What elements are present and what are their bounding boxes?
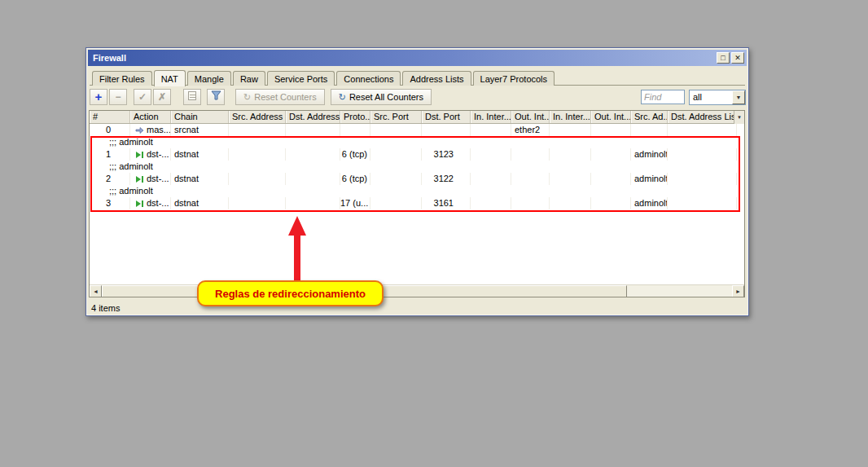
close-icon: ✕ bbox=[734, 54, 741, 62]
annotation-callout: Reglas de redireccionamiento bbox=[197, 280, 384, 306]
chevron-down-icon: ▼ bbox=[737, 115, 742, 120]
column-header-src_address[interactable]: Src. Address bbox=[229, 111, 286, 123]
add-button[interactable]: + bbox=[90, 89, 107, 105]
column-header-action[interactable]: Action bbox=[130, 111, 171, 123]
tab-bar: Filter RulesNATMangleRawService PortsCon… bbox=[90, 68, 745, 86]
window-controls: □ ✕ bbox=[717, 52, 744, 64]
reset-counters-button[interactable]: ↻ Reset Counters bbox=[235, 89, 325, 105]
cell-dst_port bbox=[422, 124, 471, 136]
item-count: 4 items bbox=[91, 303, 120, 313]
cell-action: mas... bbox=[130, 124, 171, 136]
maximize-icon: □ bbox=[721, 54, 725, 62]
annotation-arrow bbox=[277, 214, 318, 284]
table-header-row: #ActionChainSrc. AddressDst. AddressProt… bbox=[90, 111, 744, 124]
tab-layer7-protocols[interactable]: Layer7 Protocols bbox=[473, 71, 555, 86]
cell-in_inter_2 bbox=[550, 124, 591, 136]
enable-icon: ✓ bbox=[138, 91, 147, 103]
add-icon: + bbox=[95, 90, 103, 104]
column-header-out_int_1[interactable]: Out. Int... bbox=[511, 111, 550, 123]
tab-connections[interactable]: Connections bbox=[336, 71, 401, 86]
filter-button[interactable] bbox=[207, 89, 225, 105]
filter-icon bbox=[211, 90, 221, 100]
tab-service-ports[interactable]: Service Ports bbox=[267, 71, 335, 86]
disable-button[interactable]: ✗ bbox=[153, 89, 171, 105]
cell-num: 0 bbox=[90, 124, 130, 136]
status-bar: 4 items bbox=[91, 303, 120, 313]
column-header-chain[interactable]: Chain bbox=[171, 111, 229, 123]
column-selector-button[interactable]: ▼ bbox=[734, 111, 744, 124]
filter-scope-dropdown-button[interactable]: ▼ bbox=[732, 90, 745, 104]
remove-icon: − bbox=[115, 91, 121, 103]
annotation-highlight-rect bbox=[90, 136, 740, 212]
cell-chain: srcnat bbox=[171, 124, 229, 136]
column-header-dst_address_list[interactable]: Dst. Address Lis... bbox=[668, 111, 737, 123]
cell-src_ad bbox=[631, 124, 668, 136]
column-header-src_ad[interactable]: Src. Ad... bbox=[631, 111, 668, 123]
column-header-out_int_2[interactable]: Out. Int... bbox=[591, 111, 631, 123]
comment-icon bbox=[188, 91, 196, 100]
reset-all-counters-label: Reset All Counters bbox=[349, 92, 423, 102]
column-header-in_inter_2[interactable]: In. Inter... bbox=[550, 111, 591, 123]
reset-counters-icon: ↻ bbox=[243, 92, 251, 103]
disable-icon: ✗ bbox=[158, 91, 166, 103]
tab-filter-rules[interactable]: Filter Rules bbox=[92, 71, 152, 86]
tab-nat[interactable]: NAT bbox=[154, 70, 186, 86]
desktop: Firewall □ ✕ Filter RulesNATMangleRawSer… bbox=[0, 0, 868, 467]
column-header-dst_port[interactable]: Dst. Port bbox=[422, 111, 471, 123]
filter-scope-value: all bbox=[690, 90, 732, 104]
titlebar[interactable]: Firewall □ ✕ bbox=[88, 50, 747, 66]
column-header-dst_address[interactable]: Dst. Address bbox=[286, 111, 340, 123]
reset-counters-label: Reset Counters bbox=[254, 92, 316, 102]
cell-proto bbox=[340, 124, 370, 136]
cell-in_inter_1 bbox=[471, 124, 511, 136]
chevron-down-icon: ▼ bbox=[736, 95, 742, 100]
column-header-num[interactable]: # bbox=[90, 111, 130, 123]
scroll-right-icon: ► bbox=[735, 289, 741, 294]
cell-dst_address bbox=[286, 124, 340, 136]
maximize-button[interactable]: □ bbox=[717, 52, 730, 64]
scroll-left-icon: ◄ bbox=[93, 289, 99, 294]
find-input[interactable] bbox=[641, 90, 685, 104]
cell-out_int_2 bbox=[591, 124, 631, 136]
rule-row-0[interactable]: 0mas...srcnatether2 bbox=[90, 124, 744, 136]
cell-dst_address_list bbox=[668, 124, 737, 136]
action-label: mas... bbox=[147, 124, 171, 136]
masquerade-icon bbox=[135, 126, 144, 134]
cell-src_address bbox=[229, 124, 286, 136]
close-button[interactable]: ✕ bbox=[731, 52, 744, 64]
scroll-left-button[interactable]: ◄ bbox=[90, 285, 102, 297]
enable-button[interactable]: ✓ bbox=[134, 89, 151, 105]
tab-raw[interactable]: Raw bbox=[233, 71, 265, 86]
cell-src_port bbox=[370, 124, 422, 136]
toolbar: + − ✓ ✗ ↻ Reset Counters ↻ Reset All Cou… bbox=[90, 87, 746, 107]
tab-address-lists[interactable]: Address Lists bbox=[402, 71, 471, 86]
callout-text: Reglas de redireccionamiento bbox=[215, 288, 366, 300]
reset-all-counters-button[interactable]: ↻ Reset All Counters bbox=[331, 89, 432, 105]
column-header-proto[interactable]: Proto... bbox=[340, 111, 370, 123]
remove-button[interactable]: − bbox=[109, 89, 127, 105]
scroll-right-button[interactable]: ► bbox=[732, 285, 744, 297]
reset-all-counters-icon: ↻ bbox=[339, 92, 346, 103]
tab-mangle[interactable]: Mangle bbox=[187, 71, 231, 86]
column-header-in_inter_1[interactable]: In. Inter... bbox=[471, 111, 511, 123]
window-title: Firewall bbox=[93, 53, 717, 63]
comment-button[interactable] bbox=[183, 89, 201, 105]
horizontal-scrollbar[interactable]: ◄ ► bbox=[90, 284, 744, 297]
cell-out_int_1: ether2 bbox=[511, 124, 550, 136]
filter-scope-select[interactable]: all ▼ bbox=[689, 90, 746, 105]
column-header-src_port[interactable]: Src. Port bbox=[370, 111, 422, 123]
